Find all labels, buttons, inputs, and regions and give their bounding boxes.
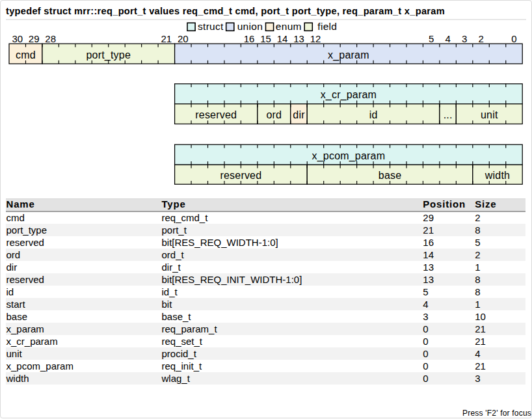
svg-text:base: base xyxy=(379,170,402,181)
svg-text:field: field xyxy=(317,21,337,32)
svg-text:...: ... xyxy=(444,109,453,120)
svg-text:reserved: reserved xyxy=(220,170,261,181)
svg-text:enum: enum xyxy=(276,21,302,32)
svg-text:x_cr_param: x_cr_param xyxy=(321,89,377,101)
svg-text:14: 14 xyxy=(277,33,288,44)
svg-text:3: 3 xyxy=(462,33,467,44)
svg-text:21: 21 xyxy=(161,33,172,44)
svg-text:x_param: x_param xyxy=(328,49,369,61)
svg-text:cmd: cmd xyxy=(16,49,36,61)
svg-text:id: id xyxy=(369,109,378,120)
svg-text:union: union xyxy=(237,21,263,32)
svg-text:4: 4 xyxy=(445,33,450,44)
svg-text:ord: ord xyxy=(266,109,282,120)
svg-text:0: 0 xyxy=(511,33,516,44)
svg-text:28: 28 xyxy=(45,33,56,44)
svg-text:reserved: reserved xyxy=(195,109,237,120)
svg-text:port_type: port_type xyxy=(86,49,131,61)
svg-text:16: 16 xyxy=(244,33,255,44)
svg-text:29: 29 xyxy=(29,33,40,44)
svg-text:5: 5 xyxy=(429,33,434,44)
svg-text:20: 20 xyxy=(178,33,189,44)
svg-text:13: 13 xyxy=(293,33,304,44)
svg-text:unit: unit xyxy=(481,109,498,120)
svg-text:struct: struct xyxy=(198,21,224,32)
svg-text:dir: dir xyxy=(293,109,305,120)
svg-text:2: 2 xyxy=(478,33,483,44)
svg-text:30: 30 xyxy=(12,33,23,44)
svg-text:typedef struct mrr::req_port_t: typedef struct mrr::req_port_t values re… xyxy=(6,6,445,16)
svg-text:x_pcom_param: x_pcom_param xyxy=(312,150,386,162)
svg-text:width: width xyxy=(485,170,510,181)
svg-text:15: 15 xyxy=(260,33,271,44)
svg-text:12: 12 xyxy=(310,33,321,44)
